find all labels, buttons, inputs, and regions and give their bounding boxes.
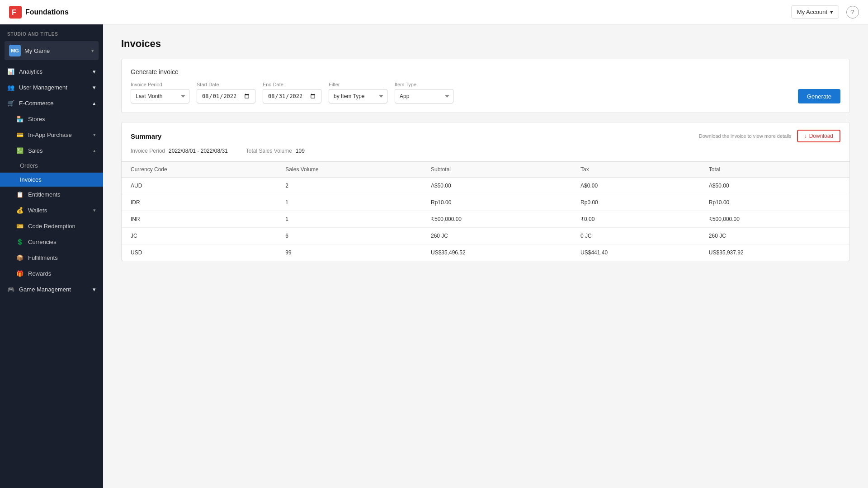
ecommerce-icon: 🛒 xyxy=(7,100,14,107)
cell-sales-volume: 99 xyxy=(276,244,422,261)
start-date-input[interactable] xyxy=(197,89,255,103)
cell-tax: 0 JC xyxy=(571,228,700,244)
col-currency-code: Currency Code xyxy=(122,162,276,178)
my-account-chevron-icon: ▾ xyxy=(830,9,833,15)
cell-sales-volume: 2 xyxy=(276,178,422,194)
orders-label: Orders xyxy=(20,162,38,169)
sidebar-item-ecommerce[interactable]: 🛒 E-Commerce ▴ xyxy=(0,95,103,111)
studio-selector[interactable]: MG My Game ▾ xyxy=(5,41,99,60)
end-date-group: End Date xyxy=(263,82,321,103)
cell-sales-volume: 1 xyxy=(276,194,422,211)
filter-select[interactable]: by Item Type All xyxy=(329,89,387,103)
sidebar-item-sales[interactable]: 💹 Sales ▴ xyxy=(0,143,103,159)
help-icon: ? xyxy=(851,9,854,15)
sidebar-item-game-management[interactable]: 🎮 Game Management ▾ xyxy=(0,282,103,297)
start-date-label: Start Date xyxy=(197,82,255,87)
download-hint: Download the invoice to view more detail… xyxy=(699,133,792,139)
cell-tax: Rp0.00 xyxy=(571,194,700,211)
logo-area: F Foundations xyxy=(9,6,69,19)
invoice-period-meta: Invoice Period 2022/08/01 - 2022/08/31 xyxy=(131,148,228,154)
sidebar-section-label: STUDIO AND TITLES xyxy=(0,24,103,39)
sidebar-item-user-management[interactable]: 👥 User Management ▾ xyxy=(0,80,103,95)
ecommerce-chevron-icon: ▴ xyxy=(93,100,96,107)
sidebar-item-orders[interactable]: Orders xyxy=(0,159,103,173)
help-button[interactable]: ? xyxy=(846,6,859,19)
filter-row: Invoice Period Last Month This Month Cus… xyxy=(131,82,840,103)
table-header-row: Currency Code Sales Volume Subtotal Tax … xyxy=(122,162,849,178)
foundations-logo-icon: F xyxy=(9,6,22,19)
studio-name: My Game xyxy=(24,47,88,54)
stores-label: Stores xyxy=(28,116,96,122)
invoice-period-meta-label: Invoice Period xyxy=(131,148,165,154)
col-total: Total xyxy=(700,162,849,178)
sales-chevron-icon: ▴ xyxy=(93,148,96,154)
ecommerce-label: E-Commerce xyxy=(19,100,93,107)
studio-avatar: MG xyxy=(9,45,21,56)
generate-invoice-title: Generate invoice xyxy=(131,68,840,75)
cell-subtotal: A$50.00 xyxy=(422,178,571,194)
stores-icon: 🏪 xyxy=(16,116,24,122)
filter-group: Filter by Item Type All xyxy=(329,82,387,103)
studio-chevron-icon: ▾ xyxy=(91,48,94,54)
currencies-label: Currencies xyxy=(28,239,96,245)
user-management-label: User Management xyxy=(19,84,93,91)
cell-currency: USD xyxy=(122,244,276,261)
in-app-purchase-chevron-icon: ▾ xyxy=(93,132,96,138)
col-sales-volume: Sales Volume xyxy=(276,162,422,178)
col-tax: Tax xyxy=(571,162,700,178)
cell-total: US$35,937.92 xyxy=(700,244,849,261)
cell-sales-volume: 6 xyxy=(276,228,422,244)
generate-button[interactable]: Generate xyxy=(798,89,840,103)
entitlements-label: Entitlements xyxy=(28,191,96,198)
start-date-group: Start Date xyxy=(197,82,255,103)
my-account-button[interactable]: My Account ▾ xyxy=(791,5,839,19)
download-label: Download xyxy=(809,133,833,139)
total-sales-meta: Total Sales Volume 109 xyxy=(246,148,305,154)
sidebar-item-invoices[interactable]: Invoices xyxy=(0,173,103,187)
sidebar-item-entitlements[interactable]: 📋 Entitlements xyxy=(0,187,103,202)
end-date-input[interactable] xyxy=(263,89,321,103)
game-management-label: Game Management xyxy=(19,286,93,293)
table-row: INR 1 ₹500,000.00 ₹0.00 ₹500,000.00 xyxy=(122,211,849,228)
main-layout: STUDIO AND TITLES MG My Game ▾ 📊 Analyti… xyxy=(0,24,868,488)
currencies-icon: 💲 xyxy=(16,239,24,245)
sidebar-item-wallets[interactable]: 💰 Wallets ▾ xyxy=(0,202,103,218)
cell-tax: A$0.00 xyxy=(571,178,700,194)
invoice-period-select[interactable]: Last Month This Month Custom xyxy=(131,89,189,103)
analytics-chevron-icon: ▾ xyxy=(93,68,96,75)
code-redemption-label: Code Redemption xyxy=(28,223,96,230)
summary-actions: Download the invoice to view more detail… xyxy=(699,130,840,142)
table-row: JC 6 260 JC 0 JC 260 JC xyxy=(122,228,849,244)
sales-icon: 💹 xyxy=(16,147,24,154)
analytics-icon: 📊 xyxy=(7,68,14,75)
sidebar-item-stores[interactable]: 🏪 Stores xyxy=(0,111,103,127)
sidebar-item-in-app-purchase[interactable]: 💳 In-App Purchase ▾ xyxy=(0,127,103,143)
cell-currency: JC xyxy=(122,228,276,244)
header-right: My Account ▾ ? xyxy=(791,5,859,19)
item-type-select[interactable]: App DLC Bundle xyxy=(395,89,453,103)
table-row: AUD 2 A$50.00 A$0.00 A$50.00 xyxy=(122,178,849,194)
cell-total: ₹500,000.00 xyxy=(700,211,849,228)
download-button[interactable]: ↓ Download xyxy=(797,130,840,142)
total-sales-meta-label: Total Sales Volume xyxy=(246,148,292,154)
generate-invoice-card: Generate invoice Invoice Period Last Mon… xyxy=(121,59,850,113)
sidebar-item-currencies[interactable]: 💲 Currencies xyxy=(0,234,103,250)
cell-subtotal: ₹500,000.00 xyxy=(422,211,571,228)
user-management-icon: 👥 xyxy=(7,84,14,91)
item-type-group: Item Type App DLC Bundle xyxy=(395,82,453,103)
analytics-label: Analytics xyxy=(19,68,93,75)
cell-currency: AUD xyxy=(122,178,276,194)
sidebar-item-rewards[interactable]: 🎁 Rewards xyxy=(0,266,103,282)
invoices-label: Invoices xyxy=(20,176,42,183)
cell-subtotal: 260 JC xyxy=(422,228,571,244)
cell-tax: US$441.40 xyxy=(571,244,700,261)
sales-label: Sales xyxy=(28,147,89,154)
generate-invoice-body: Generate invoice Invoice Period Last Mon… xyxy=(122,59,849,113)
rewards-label: Rewards xyxy=(28,270,96,277)
sidebar-item-fulfillments[interactable]: 📦 Fulfillments xyxy=(0,250,103,266)
entitlements-icon: 📋 xyxy=(16,191,24,198)
sidebar-item-analytics[interactable]: 📊 Analytics ▾ xyxy=(0,64,103,80)
download-icon: ↓ xyxy=(804,133,807,139)
sidebar-item-code-redemption[interactable]: 🎫 Code Redemption xyxy=(0,218,103,234)
rewards-icon: 🎁 xyxy=(16,270,24,277)
